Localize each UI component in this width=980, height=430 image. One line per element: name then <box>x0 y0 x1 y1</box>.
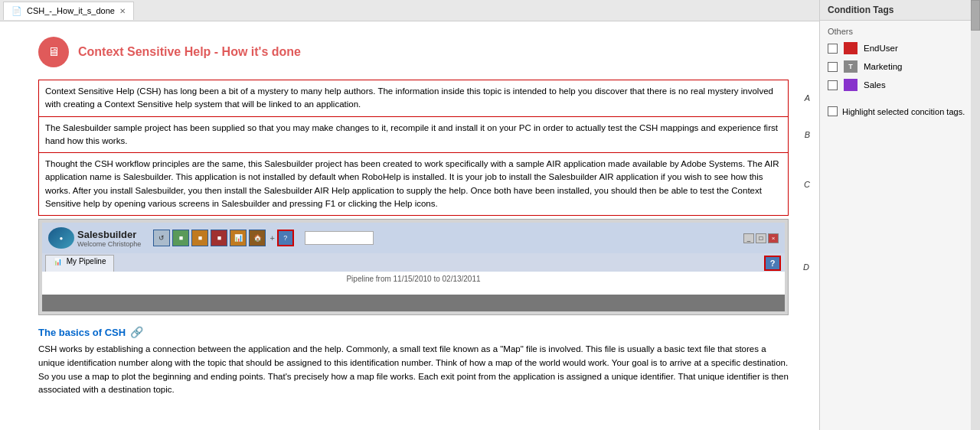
panel-scrollbar[interactable] <box>971 0 980 430</box>
screenshot-inner: ● Salesbuilder Welcome Christophe ↺ ■ ■ … <box>39 220 788 314</box>
condition-label-1: Marketing <box>864 62 903 71</box>
basics-title: The basics of CSH <box>38 327 126 338</box>
condition-item-0: EndUser <box>828 42 972 54</box>
sb-tab-icon: 📊 <box>54 258 62 265</box>
sb-plus: + <box>270 233 274 243</box>
panel-section-label: Others <box>828 27 972 36</box>
tab-label: CSH_-_How_it_s_done <box>27 6 115 15</box>
marker-c: C <box>804 180 810 189</box>
monitor-icon: 🖥 <box>47 45 60 59</box>
panel-header: Condition Tags <box>820 0 980 21</box>
condition-checkbox-2[interactable] <box>828 80 838 90</box>
content-text-a: Context Sensitive Help (CSH) has long be… <box>45 86 773 109</box>
content-block-b: The Salesbuilder sample project has been… <box>38 117 789 154</box>
doc-title: Context Sensitive Help - How it's done <box>78 45 301 59</box>
salesbuilder-bar: ● Salesbuilder Welcome Christophe ↺ ■ ■ … <box>42 223 785 253</box>
sb-help-toolbar-btn[interactable]: ? <box>277 230 294 246</box>
sb-btn5[interactable]: 🏠 <box>249 230 266 246</box>
sb-tab-end: ? <box>763 255 782 272</box>
condition-color-2 <box>844 79 858 91</box>
content-text-b: The Salesbuilder sample project has been… <box>45 123 778 145</box>
panel-content: Others EndUser T Marketing Sales Highlig… <box>820 21 980 430</box>
tab-bar: 📄 CSH_-_How_it_s_done ✕ <box>0 0 819 21</box>
tab-close-button[interactable]: ✕ <box>119 7 126 15</box>
screenshot-box: ● Salesbuilder Welcome Christophe ↺ ■ ■ … <box>38 219 789 315</box>
condition-checkbox-0[interactable] <box>828 44 838 54</box>
sb-close-btn[interactable]: × <box>768 233 779 243</box>
sb-refresh-btn[interactable]: ↺ <box>153 230 170 246</box>
sb-wavy-divider <box>42 295 785 311</box>
condition-label-0: EndUser <box>864 44 898 53</box>
marker-d: D <box>803 262 809 272</box>
tab-doc-icon: 📄 <box>11 6 22 16</box>
sb-btn4[interactable]: 📊 <box>230 230 247 246</box>
right-panel: Condition Tags Others EndUser T Marketin… <box>819 0 980 430</box>
content-block-c: Thought the CSH workflow principles are … <box>38 153 789 216</box>
sb-window-controls: _ □ × <box>743 233 779 243</box>
content-block-a: Context Sensitive Help (CSH) has long be… <box>38 80 789 117</box>
marker-a: A <box>805 93 810 103</box>
salesbuilder-logo: ● <box>48 227 74 249</box>
sb-toolbar: ↺ ■ ■ ■ 📊 🏠 + ? <box>153 230 293 246</box>
condition-item-1: T Marketing <box>828 60 972 73</box>
condition-item-2: Sales <box>828 79 972 91</box>
sb-tab-bar: 📊 My Pipeline ? <box>42 253 785 272</box>
condition-color-0 <box>844 42 858 54</box>
panel-scroll-thumb[interactable] <box>971 0 980 31</box>
document-area: 🖥 Context Sensitive Help - How it's done… <box>0 21 819 430</box>
sb-maximize-btn[interactable]: □ <box>756 233 766 243</box>
sb-btn2[interactable]: ■ <box>191 230 208 246</box>
basics-heading: The basics of CSH 🔗 <box>38 326 789 338</box>
sb-welcome-text: Welcome Christophe <box>77 240 141 248</box>
sb-app-name: Salesbuilder <box>77 229 141 240</box>
doc-header: 🖥 Context Sensitive Help - How it's done <box>38 37 789 67</box>
content-text-c: Thought the CSH workflow principles are … <box>45 159 779 208</box>
doc-icon: 🖥 <box>38 37 69 67</box>
condition-label-2: Sales <box>864 80 886 90</box>
sb-minimize-btn[interactable]: _ <box>743 233 754 243</box>
sb-btn3[interactable]: ■ <box>211 230 227 246</box>
sb-pipeline-tab[interactable]: 📊 My Pipeline <box>45 255 114 272</box>
sb-tab-label: My Pipeline <box>67 257 106 265</box>
marker-b: B <box>805 130 810 139</box>
sb-pipeline-text: Pipeline from 11/15/2010 to 02/13/2011 <box>346 275 480 283</box>
sb-content-area: Pipeline from 11/15/2010 to 02/13/2011 <box>42 272 785 295</box>
sb-content-help-btn[interactable]: ? <box>764 256 781 271</box>
basics-body: CSH works by establishing a connection b… <box>38 343 789 397</box>
highlight-checkbox[interactable] <box>828 106 838 116</box>
sb-search-input[interactable] <box>305 231 374 245</box>
condition-checkbox-1[interactable] <box>828 62 838 72</box>
document-tab[interactable]: 📄 CSH_-_How_it_s_done ✕ <box>3 2 134 20</box>
highlight-label: Highlight selected concition tags. <box>842 107 965 116</box>
condition-color-1-text: T <box>848 63 853 70</box>
basics-link-icon: 🔗 <box>130 326 143 338</box>
condition-color-1: T <box>844 60 858 73</box>
highlight-row: Highlight selected concition tags. <box>828 106 972 116</box>
sb-btn1[interactable]: ■ <box>172 230 189 246</box>
